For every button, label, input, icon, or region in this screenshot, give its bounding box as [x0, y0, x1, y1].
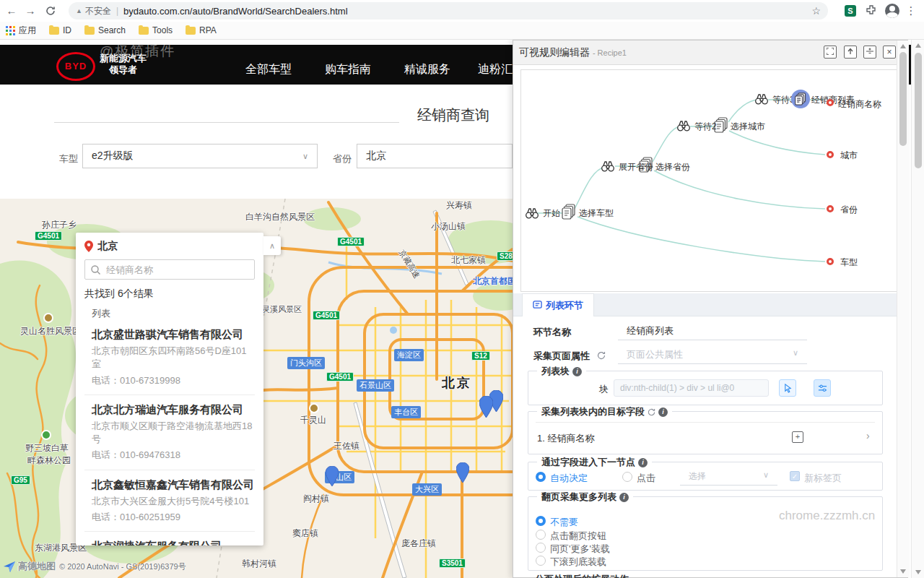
scroll-up-icon[interactable] — [915, 43, 921, 48]
export-icon[interactable] — [844, 46, 857, 59]
close-icon[interactable]: × — [883, 46, 896, 59]
nav-fans[interactable]: 迪粉汇 — [478, 62, 513, 77]
field-city-label[interactable]: 城市 — [840, 150, 858, 162]
profile-avatar[interactable] — [885, 4, 899, 18]
dealer-item[interactable]: 北京鑫敏恒嘉鑫汽车销售有限公司 北京市大兴区金服大街5号院4号楼101 电话：0… — [84, 470, 255, 532]
forward-icon[interactable]: → — [22, 0, 39, 22]
menu-icon[interactable]: ⋮ — [902, 0, 920, 22]
radio-scroll-load-label[interactable]: 下滚到底装载 — [550, 556, 606, 569]
road-shield: S3501 — [439, 558, 466, 568]
dealer-search-input[interactable] — [105, 264, 237, 276]
road-shield: G4501 — [35, 231, 62, 241]
scenic-icon — [43, 313, 53, 323]
add-field-icon[interactable]: + — [792, 431, 803, 443]
node-wait3-icon[interactable] — [754, 92, 769, 109]
radio-no-paging-label[interactable]: 不需要 — [550, 516, 578, 529]
flow-diagram[interactable]: 开始 选择车型 展开省份 选择省份 等待2 选择城市 等待3 经销商列表 经销商… — [520, 69, 897, 292]
tune-selector-button[interactable] — [814, 379, 831, 397]
back-icon[interactable]: ← — [3, 0, 20, 22]
field-model-label[interactable]: 车型 — [840, 256, 858, 269]
dealer-map-pin[interactable] — [326, 466, 339, 489]
node-select-model-label[interactable]: 选择车型 — [579, 207, 614, 220]
refresh-icon[interactable] — [648, 408, 655, 416]
dealer-item[interactable]: 北京北方瑞迪汽车服务有限公司 北京市顺义区顺于路空港物流基地西18号 电话：01… — [84, 395, 255, 470]
radio-click[interactable] — [622, 472, 632, 482]
radio-click-next[interactable] — [536, 530, 546, 540]
bookmark-folder-tools[interactable]: Tools — [139, 25, 173, 35]
nav-service[interactable]: 精诚服务 — [404, 62, 450, 77]
radio-click-label[interactable]: 点击 — [637, 472, 655, 485]
extensions-puzzle-icon[interactable] — [866, 5, 877, 20]
node-wait2-icon[interactable] — [676, 118, 691, 136]
url-text[interactable]: bydauto.com.cn/auto/BrandWorld/SearchDea… — [123, 6, 347, 17]
dealer-map-pin[interactable] — [456, 462, 469, 486]
byd-logo[interactable]: BYD — [56, 52, 95, 81]
bookmark-folder-id[interactable]: ID — [49, 25, 71, 35]
node-start-icon[interactable] — [525, 206, 539, 223]
scroll-down-icon[interactable] — [900, 569, 906, 574]
next-node-select[interactable]: 选择 ∨ — [680, 468, 777, 486]
radio-auto-decide[interactable] — [536, 472, 546, 482]
scroll-down-icon[interactable] — [915, 570, 921, 574]
node-select-model-icon[interactable] — [561, 203, 577, 223]
node-select-province-label[interactable]: 选择省份 — [655, 161, 690, 173]
field-dot-city[interactable] — [827, 151, 834, 158]
tab-list-step[interactable]: 列表环节 — [522, 293, 594, 316]
field-dot-province[interactable] — [827, 205, 834, 212]
model-select[interactable]: e2升级版 ∨ — [82, 144, 318, 168]
scroll-up-icon[interactable] — [900, 44, 906, 48]
node-expand-province-label[interactable]: 展开省份 — [619, 161, 653, 173]
scrollbar-thumb[interactable] — [915, 53, 922, 168]
dealer-item[interactable]: 北京盛世路骐汽车销售有限公司 北京市朝阳区东四环南路56号D座101室 电话：0… — [84, 320, 255, 395]
chevron-right-icon[interactable]: › — [866, 430, 870, 441]
radio-load-more[interactable] — [536, 543, 546, 553]
next-node-section: 通过字段进入下一节点i 自动决定 点击 选择 ∨ ✓ 新标签页 — [528, 462, 883, 491]
map-label-scenic: 灵溪风景区 — [262, 304, 302, 315]
radio-no-paging[interactable] — [536, 516, 546, 526]
field-province-label[interactable]: 省份 — [840, 204, 858, 216]
divider-line — [54, 122, 399, 123]
province-select[interactable]: 北京 — [357, 144, 513, 168]
bookmark-folder-rpa[interactable]: RPA — [186, 25, 217, 35]
extension-icon[interactable]: S — [845, 5, 856, 17]
result-count: 共找到 6个结果 — [84, 288, 255, 301]
pick-element-button[interactable] — [779, 379, 796, 397]
split-icon[interactable] — [863, 46, 876, 59]
node-start-label[interactable]: 开始 — [543, 207, 560, 220]
field-item-label[interactable]: 1. 经销商名称 — [537, 432, 594, 445]
node-select-city-label[interactable]: 选择城市 — [731, 121, 765, 133]
dealer-item[interactable]: 北京润捷汽车服务有限公司 北京市房山区良乡凯旋大街建设路18号-C2090 电话… — [84, 532, 255, 545]
radio-scroll-load[interactable] — [536, 556, 546, 566]
scrollbar-thumb[interactable] — [899, 52, 907, 146]
field-dot-model[interactable] — [827, 258, 834, 265]
step-name-input[interactable]: 经销商列表 — [618, 322, 807, 340]
bookmark-folder-search[interactable]: Search — [84, 25, 126, 35]
browser-scrollbar[interactable] — [911, 40, 924, 578]
page-attr-select[interactable]: 页面公共属性 ∨ — [618, 346, 807, 364]
nav-all-models[interactable]: 全部车型 — [245, 62, 292, 77]
radio-load-more-label[interactable]: 同页'更多'装载 — [550, 543, 610, 556]
collapse-panel-button[interactable]: ∧ — [263, 236, 281, 255]
bookmark-apps[interactable]: 应用 — [6, 25, 36, 37]
new-tab-checkbox[interactable]: ✓ — [790, 471, 800, 481]
block-selector-input[interactable]: div:nth-child(1) > div > ul li@0 — [614, 379, 769, 397]
field-dot-dealer-name[interactable] — [827, 99, 834, 106]
address-bar[interactable]: ▲ 不安全 | bydauto.com.cn/auto/BrandWorld/S… — [69, 2, 828, 20]
field-dealer-name-label[interactable]: 经销商名称 — [838, 98, 881, 111]
node-dealer-list-selected[interactable] — [791, 90, 810, 108]
radio-click-next-label[interactable]: 点击翻页按钮 — [550, 530, 606, 543]
refresh-icon[interactable] — [597, 350, 606, 363]
radio-auto-decide-label[interactable]: 自动决定 — [550, 472, 588, 485]
dealer-map-pin[interactable] — [479, 396, 493, 420]
node-wait2-label[interactable]: 等待2 — [694, 121, 717, 133]
nav-buying-guide[interactable]: 购车指南 — [325, 62, 371, 77]
new-tab-checkbox-label[interactable]: 新标签页 — [804, 472, 842, 485]
panel-scrollbar[interactable] — [897, 40, 909, 577]
expand-icon[interactable] — [824, 46, 837, 59]
node-expand-province-icon[interactable] — [601, 159, 615, 176]
bookmark-star-icon[interactable]: ☆ — [811, 5, 821, 17]
editor-title: 可视规则编辑器 - Recipe1 — [519, 46, 627, 59]
dealer-search-box[interactable] — [84, 259, 255, 280]
reload-icon[interactable] — [42, 0, 59, 23]
chevron-down-icon: ∨ — [302, 152, 308, 161]
